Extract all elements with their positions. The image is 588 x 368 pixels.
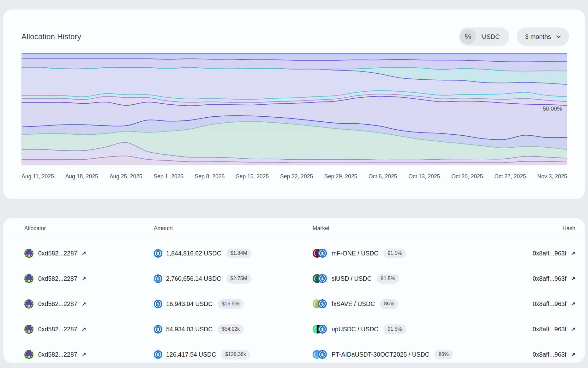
allocator-cell: 0xd582...2287 ↗ bbox=[24, 299, 154, 309]
external-link-icon[interactable]: ↗ bbox=[571, 327, 575, 332]
allocator-link[interactable]: 0xd582...2287 ↗ bbox=[38, 275, 86, 282]
market-name: siUSD / USDC bbox=[332, 275, 372, 282]
external-link-icon[interactable]: ↗ bbox=[571, 301, 575, 307]
amount-usd-badge: $1.84M bbox=[226, 248, 251, 258]
market-pair-icon: $ bbox=[313, 299, 327, 309]
allocator-link[interactable]: 0xd582...2287 ↗ bbox=[38, 250, 86, 257]
x-tick-label: Sep 1, 2025 bbox=[154, 173, 183, 180]
external-link-icon[interactable]: ↗ bbox=[82, 276, 86, 281]
usdc-coin-icon: $ bbox=[154, 249, 162, 258]
amount-cell: $ 16,943.04 USDC $16.93k bbox=[154, 299, 313, 309]
table-header: Allocator Amount Market Hash bbox=[3, 218, 585, 239]
market-pair-icon: $ bbox=[313, 350, 327, 359]
external-link-icon[interactable]: ↗ bbox=[82, 352, 86, 357]
usdc-coin-icon: $ bbox=[154, 325, 162, 334]
amount-usd-badge: $2.75M bbox=[226, 274, 251, 284]
x-tick-label: Aug 25, 2025 bbox=[110, 173, 142, 180]
usdc-toggle-label[interactable]: USDC bbox=[482, 33, 500, 40]
hash-value: 0x8aff...963f bbox=[533, 275, 567, 282]
amount-usd-badge: $54.92k bbox=[218, 324, 244, 334]
x-tick-label: Sep 15, 2025 bbox=[236, 173, 269, 180]
amount-value: 2,760,656.14 USDC bbox=[166, 275, 221, 282]
market-percent-badge: 86% bbox=[380, 299, 398, 309]
market-pair-icon: $ bbox=[313, 248, 327, 258]
amount-value: 1,844,816.62 USDC bbox=[166, 250, 221, 257]
amount-cell: $ 2,760,656.14 USDC $2.75M bbox=[154, 274, 313, 284]
svg-text:$: $ bbox=[157, 251, 159, 255]
hash-cell: 0x8aff...963f ↗ bbox=[533, 351, 575, 358]
amount-usd-badge: $16.93k bbox=[218, 299, 244, 309]
hash-cell: 0x8aff...963f ↗ bbox=[533, 326, 575, 333]
market-cell: $ fxSAVE / USDC 86% bbox=[313, 299, 533, 309]
amount-cell: $ 1,844,816.62 USDC $1.84M bbox=[154, 248, 313, 258]
market-cell: $ mF-ONE / USDC 91.5% bbox=[313, 248, 533, 258]
hash-link[interactable]: 0x8aff...963f ↗ bbox=[533, 326, 575, 333]
external-link-icon[interactable]: ↗ bbox=[82, 301, 86, 307]
amount-cell: $ 54,934.03 USDC $54.92k bbox=[154, 324, 313, 334]
percent-icon[interactable]: % bbox=[460, 29, 476, 44]
hash-cell: 0x8aff...963f ↗ bbox=[533, 300, 575, 308]
svg-text:$: $ bbox=[321, 327, 324, 332]
hash-link[interactable]: 0x8aff...963f ↗ bbox=[533, 275, 575, 282]
market-percent-badge: 86% bbox=[435, 350, 453, 359]
x-axis-labels: Aug 11, 2025Aug 18, 2025Aug 25, 2025Sep … bbox=[21, 173, 567, 180]
x-tick-label: Sep 29, 2025 bbox=[324, 173, 357, 180]
svg-text:$: $ bbox=[157, 327, 159, 331]
external-link-icon[interactable]: ↗ bbox=[571, 251, 575, 256]
svg-text:$: $ bbox=[157, 276, 159, 281]
allocation-streamgraph: 50.00% bbox=[21, 53, 567, 165]
market-pair-icon: $ bbox=[313, 274, 327, 283]
hash-link[interactable]: 0x8aff...963f ↗ bbox=[533, 300, 575, 308]
hash-value: 0x8aff...963f bbox=[533, 300, 567, 308]
external-link-icon[interactable]: ↗ bbox=[82, 327, 86, 332]
allocator-cell: 0xd582...2287 ↗ bbox=[24, 274, 154, 283]
hash-link[interactable]: 0x8aff...963f ↗ bbox=[533, 351, 575, 358]
hash-value: 0x8aff...963f bbox=[533, 250, 567, 257]
amount-value: 126,417.54 USDC bbox=[166, 351, 216, 358]
amount-value: 54,934.03 USDC bbox=[166, 326, 213, 333]
hash-link[interactable]: 0x8aff...963f ↗ bbox=[533, 250, 575, 257]
hash-cell: 0x8aff...963f ↗ bbox=[533, 250, 575, 257]
x-tick-label: Oct 27, 2025 bbox=[494, 173, 526, 180]
chart-controls: % USDC 3 months bbox=[459, 28, 569, 46]
external-link-icon[interactable]: ↗ bbox=[571, 352, 575, 357]
market-percent-badge: 91.5% bbox=[377, 274, 399, 284]
x-tick-label: Nov 3, 2025 bbox=[537, 173, 567, 180]
x-tick-label: Aug 18, 2025 bbox=[65, 173, 98, 180]
allocation-card-header: Allocation History % USDC 3 months bbox=[21, 27, 569, 46]
allocator-link[interactable]: 0xd582...2287 ↗ bbox=[38, 326, 86, 333]
x-tick-label: Oct 20, 2025 bbox=[451, 173, 483, 180]
range-select[interactable]: 3 months bbox=[517, 28, 569, 46]
allocator-address: 0xd582...2287 bbox=[38, 275, 77, 282]
x-tick-label: Aug 11, 2025 bbox=[21, 173, 54, 180]
allocator-avatar bbox=[24, 274, 33, 283]
allocator-link[interactable]: 0xd582...2287 ↗ bbox=[38, 351, 86, 358]
allocation-history-card: Allocation History % USDC 3 months 50.00… bbox=[3, 9, 585, 199]
market-percent-badge: 91.5% bbox=[383, 324, 406, 334]
column-header-hash: Hash bbox=[562, 225, 575, 232]
market-cell: $ PT-AIDaUSDT-30OCT2025 / USDC 86% bbox=[313, 350, 533, 359]
market-name: fxSAVE / USDC bbox=[332, 300, 375, 308]
hash-value: 0x8aff...963f bbox=[533, 351, 567, 358]
hash-cell: 0x8aff...963f ↗ bbox=[533, 275, 575, 282]
table-row: 0xd582...2287 ↗ $ 2,760,656.14 USDC $2.7… bbox=[3, 266, 585, 291]
chevron-down-icon bbox=[556, 35, 561, 38]
allocator-avatar bbox=[24, 325, 33, 334]
column-header-allocator: Allocator bbox=[24, 225, 154, 232]
svg-text:$: $ bbox=[321, 276, 324, 281]
allocator-cell: 0xd582...2287 ↗ bbox=[24, 325, 154, 334]
x-tick-label: Sep 22, 2025 bbox=[280, 173, 313, 180]
external-link-icon[interactable]: ↗ bbox=[82, 251, 86, 256]
svg-text:$: $ bbox=[321, 352, 324, 357]
svg-text:$: $ bbox=[321, 251, 324, 256]
market-name: PT-AIDaUSDT-30OCT2025 / USDC bbox=[332, 351, 429, 358]
x-tick-label: Sep 8, 2025 bbox=[195, 173, 225, 180]
amount-value: 16,943.04 USDC bbox=[166, 300, 213, 308]
allocator-address: 0xd582...2287 bbox=[38, 351, 77, 358]
hash-value: 0x8aff...963f bbox=[533, 326, 567, 333]
external-link-icon[interactable]: ↗ bbox=[571, 276, 575, 281]
streamgraph-svg bbox=[21, 53, 567, 165]
allocator-link[interactable]: 0xd582...2287 ↗ bbox=[38, 300, 86, 308]
unit-toggle[interactable]: % USDC bbox=[459, 28, 509, 46]
range-select-value: 3 months bbox=[525, 33, 551, 40]
